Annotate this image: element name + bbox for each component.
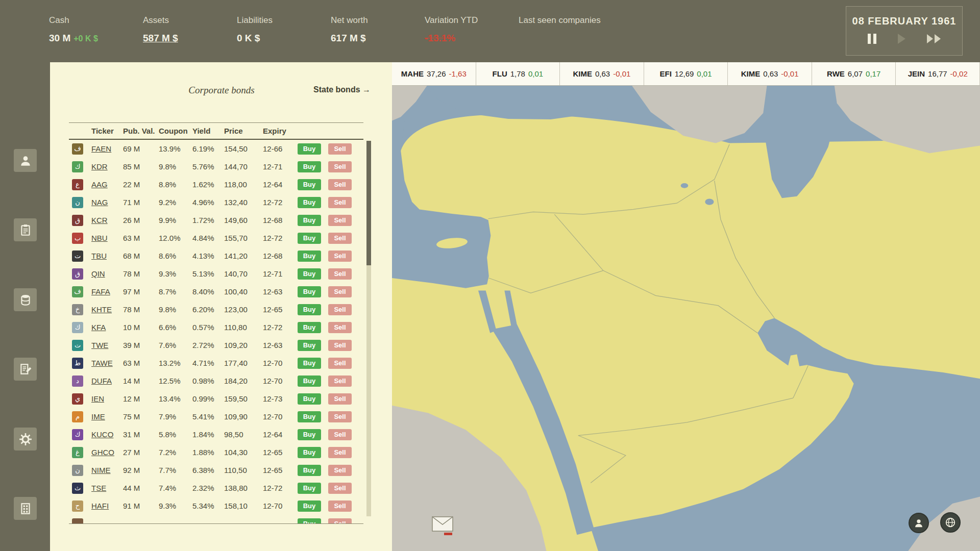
- buy-button[interactable]: Buy: [298, 375, 321, 387]
- buy-button[interactable]: Buy: [298, 179, 321, 190]
- sidebar-person-button[interactable]: [14, 149, 37, 172]
- buy-button[interactable]: Buy: [298, 161, 321, 172]
- ticker-item[interactable]: EFI 12,69 0,01: [644, 62, 728, 85]
- bond-ticker-link[interactable]: IME: [91, 412, 105, 421]
- buy-button[interactable]: Buy: [298, 358, 321, 369]
- sell-button[interactable]: Sell: [328, 500, 352, 512]
- bond-ticker-link[interactable]: FAEN: [91, 144, 111, 153]
- bond-ticker-link[interactable]: HAFI: [91, 502, 109, 510]
- sidebar-contracts-button[interactable]: [14, 218, 37, 241]
- buy-button[interactable]: Buy: [298, 393, 321, 405]
- ticker-item[interactable]: KIME 0,63 -0,01: [728, 62, 812, 85]
- stat-liabilities: Liabilities 0 K $: [237, 0, 331, 62]
- world-map[interactable]: [392, 86, 980, 551]
- bond-ticker-link[interactable]: NBU: [91, 234, 108, 242]
- bond-ticker-link[interactable]: NIME: [91, 466, 111, 474]
- globe-button[interactable]: [940, 512, 961, 533]
- buy-button[interactable]: Buy: [298, 447, 321, 458]
- sidebar-companies-button[interactable]: [14, 497, 37, 520]
- messages-button[interactable]: [432, 516, 453, 532]
- pause-button[interactable]: [868, 34, 876, 44]
- buy-button[interactable]: Buy: [298, 286, 321, 297]
- bond-ticker-link[interactable]: IEN: [91, 394, 104, 403]
- buy-button[interactable]: Buy: [298, 197, 321, 208]
- bond-ticker-link[interactable]: TBU: [91, 252, 107, 260]
- sell-button[interactable]: Sell: [328, 268, 352, 280]
- bond-ticker-link[interactable]: KHTE: [91, 305, 112, 314]
- play-button[interactable]: [898, 34, 905, 44]
- buy-button[interactable]: Buy: [298, 268, 321, 280]
- buy-button[interactable]: Buy: [298, 215, 321, 226]
- ticker-item[interactable]: FLU 1,78 0,01: [476, 62, 560, 85]
- sell-button[interactable]: Sell: [328, 429, 352, 440]
- buy-button[interactable]: Buy: [298, 304, 321, 315]
- sidebar-commodities-button[interactable]: [14, 288, 37, 311]
- bond-ticker-link[interactable]: KDR: [91, 162, 108, 171]
- ticker-item[interactable]: JEIN 16,77 -0,02: [896, 62, 980, 85]
- sell-button[interactable]: Sell: [328, 286, 352, 297]
- sell-button[interactable]: Sell: [328, 215, 352, 226]
- stat-assets: Assets 587 M $: [143, 0, 237, 62]
- ticker-item[interactable]: KIME 0,63 -0,01: [560, 62, 644, 85]
- buy-button[interactable]: Buy: [298, 340, 321, 351]
- bonds-scrollbar-thumb[interactable]: [366, 141, 371, 265]
- buy-button[interactable]: Buy: [298, 143, 321, 155]
- sell-button[interactable]: Sell: [328, 322, 352, 333]
- buy-button[interactable]: Buy: [298, 429, 321, 440]
- bond-ticker-link[interactable]: GHCO: [91, 448, 114, 457]
- clipboard-icon: [19, 223, 32, 237]
- sell-button[interactable]: Sell: [328, 251, 352, 262]
- sell-button[interactable]: Sell: [328, 143, 352, 155]
- sell-button[interactable]: Sell: [328, 340, 352, 351]
- sidebar-news-button[interactable]: [14, 358, 37, 381]
- sell-button[interactable]: Sell: [328, 518, 352, 524]
- bond-ticker-link[interactable]: DUFA: [91, 377, 112, 385]
- ticker-item-change: 0,01: [697, 69, 712, 78]
- sell-button[interactable]: Sell: [328, 179, 352, 190]
- sell-button[interactable]: Sell: [328, 358, 352, 369]
- sell-button[interactable]: Sell: [328, 197, 352, 208]
- buy-button[interactable]: Buy: [298, 465, 321, 476]
- sell-button[interactable]: Sell: [328, 393, 352, 405]
- bond-ticker-link[interactable]: FAFA: [91, 287, 110, 296]
- buy-button[interactable]: Buy: [298, 411, 321, 422]
- bonds-scrollbar-track[interactable]: [366, 141, 371, 516]
- buy-button[interactable]: Buy: [298, 518, 321, 524]
- stat-networth: Net worth 617 M $: [331, 0, 425, 62]
- bonds-panel-title: Corporate bonds: [188, 85, 254, 96]
- bond-ticker-link[interactable]: TWE: [91, 341, 108, 349]
- bond-ticker-link[interactable]: KUCO: [91, 430, 113, 439]
- bond-yield: 1.72%: [192, 216, 224, 224]
- buy-button[interactable]: Buy: [298, 251, 321, 262]
- ticker-item-name: RWE: [827, 69, 845, 78]
- sell-button[interactable]: Sell: [328, 465, 352, 476]
- buy-button[interactable]: Buy: [298, 322, 321, 333]
- state-bonds-link[interactable]: State bonds →: [313, 85, 371, 94]
- bond-yield: 8.40%: [192, 287, 224, 296]
- sell-button[interactable]: Sell: [328, 483, 352, 494]
- ticker-item[interactable]: RWE 6,07 0,17: [812, 62, 896, 85]
- bond-ticker-link[interactable]: TSE: [91, 484, 106, 492]
- sell-button[interactable]: Sell: [328, 304, 352, 315]
- bond-pub-val: 10 M: [123, 323, 159, 332]
- character-button[interactable]: [909, 513, 929, 533]
- bond-ticker-link[interactable]: QIN: [91, 269, 105, 278]
- buy-button[interactable]: Buy: [298, 233, 321, 244]
- bond-ticker-link[interactable]: KCR: [91, 216, 108, 224]
- bond-ticker-link[interactable]: NAG: [91, 198, 108, 207]
- sell-button[interactable]: Sell: [328, 447, 352, 458]
- sell-button[interactable]: Sell: [328, 375, 352, 387]
- bond-ticker-link[interactable]: AAG: [91, 180, 108, 189]
- ticker-item-name: EFI: [659, 69, 671, 78]
- bond-ticker-link[interactable]: KFA: [91, 323, 106, 332]
- ticker-item[interactable]: MAHE 37,26 -1,63: [392, 62, 476, 85]
- stat-assets-value[interactable]: 587 M $: [143, 33, 237, 44]
- buy-button[interactable]: Buy: [298, 483, 321, 494]
- fast-forward-button[interactable]: [927, 34, 941, 43]
- sell-button[interactable]: Sell: [328, 233, 352, 244]
- sidebar-settings-button[interactable]: [14, 428, 37, 450]
- buy-button[interactable]: Buy: [298, 500, 321, 512]
- sell-button[interactable]: Sell: [328, 161, 352, 172]
- sell-button[interactable]: Sell: [328, 411, 352, 422]
- bond-ticker-link[interactable]: TAWE: [91, 359, 113, 367]
